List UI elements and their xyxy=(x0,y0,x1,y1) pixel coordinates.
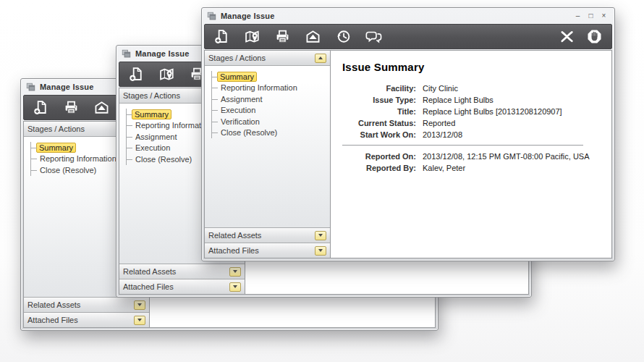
accordion-related-assets[interactable]: Related Assets xyxy=(205,227,330,243)
send-message-icon[interactable] xyxy=(93,99,110,116)
print-icon[interactable] xyxy=(274,28,291,45)
expand-panel-button[interactable] xyxy=(134,300,145,310)
field-label: Title: xyxy=(342,108,416,116)
accordion-label: Related Assets xyxy=(27,300,80,309)
accordion-attached-files[interactable]: Attached Files xyxy=(205,243,330,258)
stage-item-label: Summary xyxy=(36,143,76,153)
stage-item-label: Close (Resolve) xyxy=(134,155,193,164)
stage-item-verification[interactable]: Verification xyxy=(212,116,299,127)
stage-item-execution[interactable]: Execution xyxy=(212,105,299,117)
accordion-attached-files[interactable]: Attached Files xyxy=(119,279,245,294)
accordion-related-assets[interactable]: Related Assets xyxy=(119,264,245,279)
stages-tree: SummaryReporting InformationClose (Resol… xyxy=(30,142,118,176)
map-location-icon[interactable] xyxy=(158,66,175,83)
stage-item-reporting-information[interactable]: Reporting Information xyxy=(31,153,118,165)
stage-item-label: Execution xyxy=(219,106,257,114)
expand-panel-button[interactable] xyxy=(229,282,241,292)
history-icon[interactable] xyxy=(335,28,352,45)
accordion-panels: Related AssetsAttached Files xyxy=(119,264,245,294)
accordion-label: Attached Files xyxy=(123,282,174,291)
accordion-label: Related Assets xyxy=(208,231,261,240)
app-window-icon xyxy=(207,12,216,21)
field-row-issue-type: Issue Type:Replace Light Bulbs xyxy=(342,96,601,104)
expand-panel-button[interactable] xyxy=(315,246,326,256)
stage-item-summary[interactable]: Summary xyxy=(31,142,118,153)
stage-item-close-resolve[interactable]: Close (Resolve) xyxy=(212,127,299,139)
new-document-icon[interactable] xyxy=(33,99,49,116)
comments-icon[interactable] xyxy=(365,28,382,45)
field-value: Reported xyxy=(423,119,455,127)
field-value: 2013/12/08, 12:15 PM GMT-08:00 Pacific, … xyxy=(423,153,590,161)
expand-panel-button[interactable] xyxy=(315,231,326,240)
chevron-down-icon xyxy=(137,303,142,306)
chevron-down-icon xyxy=(318,234,323,237)
stage-item-label: Assignment xyxy=(219,95,263,104)
chevron-down-icon xyxy=(137,319,142,321)
window-title: Manage Issue xyxy=(135,49,190,58)
accordion-attached-files[interactable]: Attached Files xyxy=(24,312,149,327)
titlebar[interactable]: Manage Issue –□× xyxy=(204,8,612,24)
cancel-icon[interactable] xyxy=(559,28,575,45)
field-label: Start Work On: xyxy=(342,131,416,139)
stages-header-label: Stages / Actions xyxy=(27,125,85,133)
maximize-button[interactable]: □ xyxy=(585,12,596,20)
stages-panel-header[interactable]: Stages / Actions xyxy=(205,51,330,66)
collapse-panel-button[interactable] xyxy=(315,54,326,63)
stage-item-close-resolve[interactable]: Close (Resolve) xyxy=(127,153,213,165)
field-value: City Clinic xyxy=(423,85,458,93)
stage-item-summary[interactable]: Summary xyxy=(127,109,213,120)
stage-item-execution[interactable]: Execution xyxy=(127,143,213,154)
field-row-facility: Facility:City Clinic xyxy=(342,85,601,93)
field-label: Current Status: xyxy=(342,119,416,127)
new-document-icon[interactable] xyxy=(128,66,145,83)
window-front: Manage Issue –□× Stages / Actions Summar… xyxy=(201,7,615,261)
section-divider xyxy=(342,145,583,146)
new-document-icon[interactable] xyxy=(213,28,230,45)
field-label: Facility: xyxy=(342,85,416,93)
minimize-button[interactable]: – xyxy=(572,12,583,20)
field-value: 2013/12/08 xyxy=(423,131,462,139)
field-value: Kalev, Peter xyxy=(423,164,465,172)
field-value: Replace Light Bulbs [20131208120907] xyxy=(423,108,562,116)
stages-header-label: Stages / Actions xyxy=(123,91,180,100)
accordion-related-assets[interactable]: Related Assets xyxy=(24,297,149,312)
field-label: Issue Type: xyxy=(342,96,416,104)
stage-item-reporting-information[interactable]: Reporting Information xyxy=(127,120,213,132)
stage-item-label: Assignment xyxy=(134,132,178,141)
field-value: Replace Light Bulbs xyxy=(423,96,493,104)
expand-panel-button[interactable] xyxy=(134,316,145,325)
field-row-title: Title:Replace Light Bulbs [2013120812090… xyxy=(342,108,601,116)
toolbar xyxy=(204,24,612,49)
print-icon[interactable] xyxy=(63,99,80,116)
stage-item-label: Close (Resolve) xyxy=(219,128,279,137)
stage-item-label: Reporting Information xyxy=(38,154,118,163)
stop-icon[interactable] xyxy=(586,28,603,45)
field-row-start-work-on: Start Work On:2013/12/08 xyxy=(342,131,601,139)
chevron-up-icon xyxy=(318,56,323,59)
app-window-icon xyxy=(26,83,35,92)
accordion-label: Related Assets xyxy=(123,267,176,276)
window-title: Manage Issue xyxy=(40,83,94,91)
stage-item-label: Execution xyxy=(134,143,171,152)
stage-item-close-resolve[interactable]: Close (Resolve) xyxy=(31,164,118,176)
stage-item-label: Verification xyxy=(219,117,261,126)
stage-item-assignment[interactable]: Assignment xyxy=(212,93,299,105)
map-location-icon[interactable] xyxy=(244,28,260,45)
send-message-icon[interactable] xyxy=(305,28,321,45)
field-row-reported-on: Reported On:2013/12/08, 12:15 PM GMT-08:… xyxy=(342,153,601,161)
stage-item-assignment[interactable]: Assignment xyxy=(127,131,213,143)
toolbar-left xyxy=(213,28,559,45)
content-heading: Issue Summary xyxy=(342,61,601,73)
stage-item-reporting-information[interactable]: Reporting Information xyxy=(212,83,299,94)
close-button[interactable]: × xyxy=(598,12,609,20)
stage-item-summary[interactable]: Summary xyxy=(212,71,299,83)
content-fields: Facility:City ClinicIssue Type:Replace L… xyxy=(342,85,601,172)
field-label: Reported On: xyxy=(342,153,416,161)
accordion-panels: Related AssetsAttached Files xyxy=(24,297,149,327)
expand-panel-button[interactable] xyxy=(229,267,241,277)
chevron-down-icon xyxy=(318,249,323,252)
stage-item-label: Summary xyxy=(132,109,171,119)
accordion-panels: Related AssetsAttached Files xyxy=(205,227,330,258)
toolbar-right xyxy=(559,28,603,45)
chevron-down-icon xyxy=(233,270,237,273)
